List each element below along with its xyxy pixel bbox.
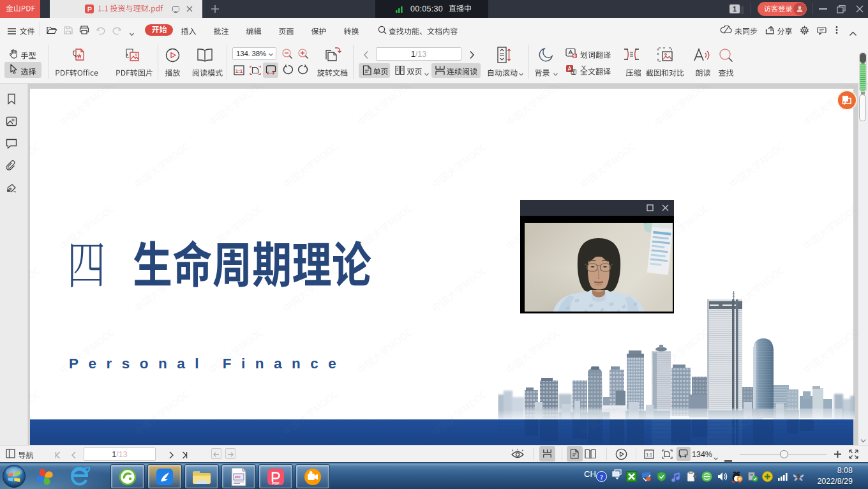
svg-text:PDF: PDF [273,481,280,485]
svg-text:1:1: 1:1 [646,453,652,457]
svg-text:?: ? [600,474,603,481]
svg-text:abc: abc [235,476,241,479]
svg-text:1:1: 1:1 [236,68,243,74]
